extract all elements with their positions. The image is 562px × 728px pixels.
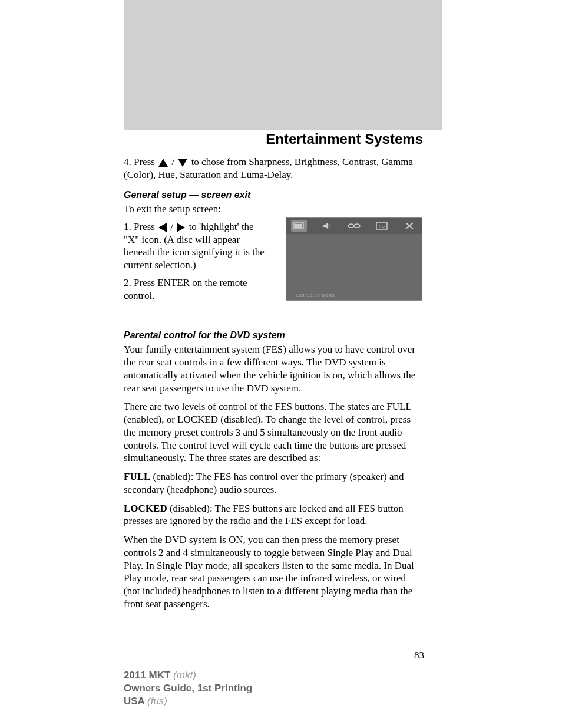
footer-usa-italic: (fus) xyxy=(147,696,167,707)
step2-text: 2. Press ENTER on the remote control. xyxy=(124,276,268,302)
step4-prefix: 4. Press xyxy=(124,156,157,167)
left-column: 1. Press / to 'highlight' the "X" icon. … xyxy=(124,217,268,302)
section1-intro: To exit the setup screen: xyxy=(124,203,424,216)
footer-line2: Owners Guide, 1st Printing xyxy=(124,682,252,695)
page-title: Entertainment Systems xyxy=(124,131,424,147)
full-text: (enabled): The FES has control over the … xyxy=(124,471,404,495)
footer-model-bold: 2011 MKT xyxy=(124,670,173,681)
up-arrow-icon xyxy=(158,159,168,167)
step1-mid: / xyxy=(170,221,176,232)
step4-text: 4. Press / to chose from Sharpness, Brig… xyxy=(124,156,424,182)
svg-point-2 xyxy=(348,224,354,228)
left-arrow-icon xyxy=(158,223,167,232)
section2-p5: When the DVD system is ON, you can then … xyxy=(124,533,424,611)
step1-prefix: 1. Press xyxy=(124,221,157,232)
screenshot-icon-row: PG xyxy=(286,218,422,234)
content-area: Entertainment Systems 4. Press / to chos… xyxy=(124,131,424,611)
step4-mid: / xyxy=(171,156,177,167)
setup-menu-screenshot: PG Exit Setup Menu xyxy=(286,217,422,301)
full-label: FULL xyxy=(124,471,150,482)
link-icon xyxy=(346,220,362,232)
section2-p1: Your family entertainment system (FES) a… xyxy=(124,343,424,394)
two-column-layout: 1. Press / to 'highlight' the "X" icon. … xyxy=(124,217,424,302)
tv-icon xyxy=(291,220,307,232)
section2-locked: LOCKED (disabled): The FES buttons are l… xyxy=(124,502,424,528)
screenshot-caption: Exit Setup Menu xyxy=(296,292,335,298)
header-gray-bar xyxy=(124,0,442,130)
down-arrow-icon xyxy=(178,159,187,167)
section1-heading: General setup — screen exit xyxy=(124,190,424,200)
svg-rect-1 xyxy=(295,224,302,228)
svg-text:PG: PG xyxy=(379,224,385,228)
locked-label: LOCKED xyxy=(124,503,167,514)
speaker-icon xyxy=(319,220,335,232)
right-column: PG Exit Setup Menu xyxy=(286,217,424,301)
svg-point-3 xyxy=(354,224,360,228)
rating-icon: PG xyxy=(373,220,389,232)
footer-model-italic: (mkt) xyxy=(173,670,196,681)
page-number: 83 xyxy=(414,650,424,661)
footer-usa-bold: USA xyxy=(124,696,147,707)
section2-full: FULL (enabled): The FES has control over… xyxy=(124,470,424,496)
section2-p2: There are two levels of control of the F… xyxy=(124,400,424,465)
close-x-icon xyxy=(401,220,417,232)
footer: 2011 MKT (mkt) Owners Guide, 1st Printin… xyxy=(124,669,252,708)
section2-heading: Parental control for the DVD system xyxy=(124,330,424,341)
right-arrow-icon xyxy=(177,223,185,232)
